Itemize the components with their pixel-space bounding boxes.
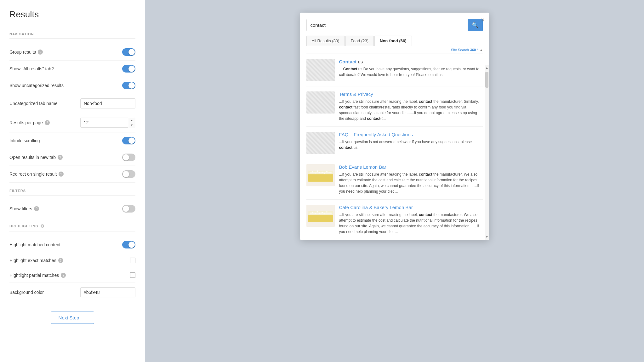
svg-point-10 [319, 172, 320, 173]
result-thumbnail-faq [306, 132, 335, 154]
group-results-row: Group results ? [9, 44, 135, 61]
result-title-faq[interactable]: FAQ – Frequently Asked Questions [339, 132, 483, 137]
page-title: Results [9, 9, 135, 20]
background-color-wrapper: ✏ [80, 287, 135, 297]
highlight-exact-matches-label: Highlight exact matches ? [9, 258, 63, 263]
spinner-down[interactable]: ▼ [128, 123, 135, 128]
background-color-row: Background color ✏ [9, 283, 135, 302]
result-content-bob-evans: Bob Evans Lemon Bar ...If you are still … [339, 164, 483, 194]
show-filters-toggle-track [122, 205, 135, 213]
result-content-contact-us: Contact us ... Contact us Do you have an… [339, 59, 483, 81]
tab-all-results[interactable]: All Results (89) [306, 36, 345, 46]
show-uncategorized-toggle-track [122, 82, 135, 89]
open-results-new-tab-label: Open results in new tab ? [9, 155, 63, 160]
infinite-scrolling-label: Infinite scrolling [9, 138, 40, 143]
result-thumbnail-terms-privacy [306, 91, 335, 114]
preview-panel: × 🔍 All Results (89) Food (23) Non-food … [145, 0, 644, 362]
highlighting-icon: ⚙ [40, 224, 45, 229]
svg-point-16 [312, 212, 313, 213]
result-thumbnail-contact-us [306, 59, 335, 81]
next-step-button[interactable]: Next Step → [51, 312, 94, 324]
highlight-matched-content-toggle-track [122, 241, 135, 248]
show-filters-toggle[interactable] [122, 205, 135, 213]
svg-point-20 [329, 213, 330, 213]
show-all-results-toggle-track [122, 65, 135, 73]
result-title-contact-us[interactable]: Contact us [339, 59, 483, 64]
infinite-scrolling-toggle[interactable] [122, 137, 135, 144]
background-color-input[interactable] [81, 288, 135, 297]
redirect-single-result-label: Redirect on single result ? [9, 172, 64, 177]
results-per-page-input[interactable] [80, 118, 135, 128]
highlight-partial-matches-label: Hightlight partial matches ? [9, 273, 66, 278]
highlight-matched-content-toggle[interactable] [122, 241, 135, 248]
group-results-toggle[interactable] [122, 48, 135, 56]
svg-point-7 [326, 171, 328, 172]
modal-search-input[interactable] [306, 19, 465, 31]
highlight-exact-matches-help-icon[interactable]: ? [58, 258, 63, 263]
show-all-results-toggle[interactable] [122, 65, 135, 73]
result-title-cafe-carolina[interactable]: Cafe Carolina & Bakery Lemon Bar [339, 205, 483, 210]
modal-search-bar: 🔍 [300, 13, 489, 31]
tab-food[interactable]: Food (23) [345, 36, 374, 46]
show-filters-row: Show filters ? [9, 201, 135, 217]
site-search-badge: Site Search 360 ° ▲ [451, 48, 483, 52]
result-content-faq: FAQ – Frequently Asked Questions ...If y… [339, 132, 483, 154]
number-spinners: ▲ ▼ [128, 118, 135, 128]
navigation-section-label: NAVIGATION [9, 32, 135, 39]
modal-scrollbar: ▲ ▼ [485, 65, 489, 240]
result-excerpt-contact-us: ... Contact us Do you have any questions… [339, 66, 483, 78]
highlight-partial-matches-checkbox[interactable] [130, 272, 135, 278]
results-per-page-row: Results per page ? ▲ ▼ [9, 113, 135, 132]
redirect-single-result-row: Redirect on single result ? [9, 166, 135, 183]
open-results-new-tab-toggle-track [122, 154, 135, 161]
result-title-bob-evans[interactable]: Bob Evans Lemon Bar [339, 164, 483, 170]
svg-point-17 [316, 211, 318, 213]
result-item-cafe-carolina: Cafe Carolina & Bakery Lemon Bar ...If y… [306, 200, 483, 240]
results-per-page-help-icon[interactable]: ? [45, 120, 50, 125]
uncategorized-tab-name-label: Uncategorized tab name [9, 101, 58, 106]
result-excerpt-bob-evans: ...If you are still not sure after readi… [339, 172, 483, 194]
show-uncategorized-toggle[interactable] [122, 82, 135, 89]
background-color-label: Background color [9, 290, 44, 295]
highlight-exact-matches-checkbox[interactable] [130, 258, 135, 263]
result-thumbnail-cafe-carolina [306, 205, 335, 227]
group-results-help-icon[interactable]: ? [38, 50, 43, 55]
uncategorized-tab-name-input[interactable] [80, 98, 135, 108]
highlighting-section-label: HIGHLIGHTING ⚙ [9, 224, 135, 231]
tab-nonfood[interactable]: Non-food (66) [374, 36, 412, 46]
svg-point-8 [329, 172, 330, 173]
result-title-terms-privacy[interactable]: Terms & Privacy [339, 91, 483, 97]
result-item-faq: FAQ – Frequently Asked Questions ...If y… [306, 127, 483, 159]
result-item-terms-privacy: Terms & Privacy ...If you are still not … [306, 86, 483, 127]
modal-results: Contact us ... Contact us Do you have an… [300, 54, 489, 240]
redirect-single-result-toggle-track [122, 170, 135, 178]
spinner-up[interactable]: ▲ [128, 118, 135, 123]
highlight-partial-matches-help-icon[interactable]: ? [61, 273, 66, 278]
redirect-single-result-help-icon[interactable]: ? [59, 172, 64, 177]
svg-point-22 [319, 213, 320, 214]
show-uncategorized-row: Show uncategorized results [9, 77, 135, 94]
modal-search-button[interactable]: 🔍 [468, 19, 483, 31]
modal-close-button[interactable]: × [481, 16, 485, 24]
result-content-cafe-carolina: Cafe Carolina & Bakery Lemon Bar ...If y… [339, 205, 483, 235]
result-excerpt-cafe-carolina: ...If you are still not sure after readi… [339, 212, 483, 235]
result-item-bob-evans: Bob Evans Lemon Bar ...If you are still … [306, 159, 483, 200]
show-filters-label: Show filters ? [9, 206, 39, 211]
svg-point-6 [322, 172, 323, 173]
settings-panel: Results NAVIGATION Group results ? Show … [0, 0, 145, 362]
scroll-arrow-down[interactable]: ▼ [484, 234, 489, 240]
search-preview-modal: × 🔍 All Results (89) Food (23) Non-food … [300, 13, 489, 240]
show-all-results-label: Show "All results" tab? [9, 66, 54, 71]
scroll-thumb[interactable] [485, 72, 488, 88]
open-results-new-tab-help-icon[interactable]: ? [58, 155, 63, 160]
group-results-toggle-track [122, 48, 135, 56]
open-results-new-tab-toggle[interactable] [122, 154, 135, 161]
next-step-arrow: → [82, 315, 86, 320]
svg-point-18 [322, 212, 323, 213]
redirect-single-result-toggle[interactable] [122, 170, 135, 178]
svg-point-23 [324, 213, 325, 214]
results-per-page-wrapper: ▲ ▼ [80, 118, 135, 128]
show-filters-help-icon[interactable]: ? [34, 206, 39, 211]
scroll-arrow-up[interactable]: ▲ [484, 65, 489, 71]
highlight-matched-content-label: Highlight matched content [9, 242, 60, 247]
